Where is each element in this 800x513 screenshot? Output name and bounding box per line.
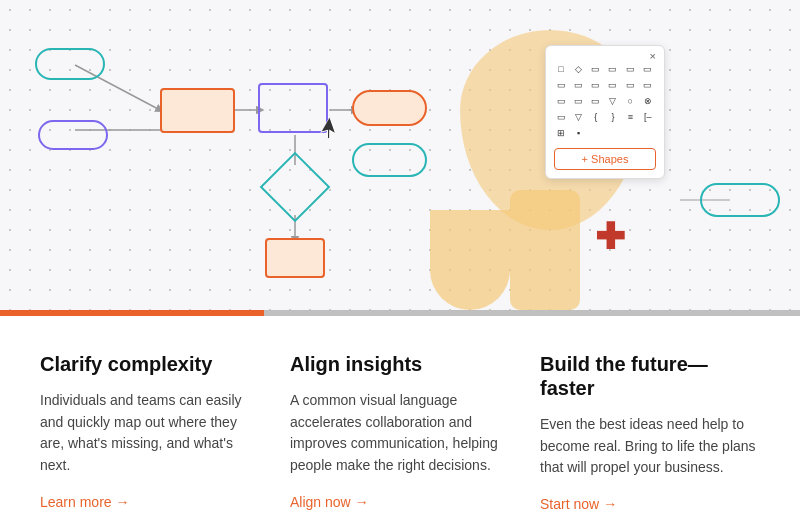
- red-cross-icon: ✚: [595, 219, 625, 255]
- shape-icon: ▭: [589, 62, 603, 76]
- column-build: Build the future—faster Even the best id…: [540, 352, 760, 513]
- shape-icon: ▭: [623, 78, 637, 92]
- shape-icon: ○: [623, 94, 637, 108]
- content-section: Clarify complexity Individuals and teams…: [0, 316, 800, 513]
- blob-decoration-2: [430, 210, 510, 310]
- shape-icon: ▪: [571, 126, 585, 140]
- shapes-panel-close[interactable]: ×: [650, 50, 656, 62]
- shapes-grid: □ ◇ ▭ ▭ ▭ ▭ ▭ ▭ ▭ ▭ ▭ ▭ ▭ ▭ ▭ ▽ ○ ⊗ ▭ ▽ …: [554, 62, 656, 140]
- flowchart-node-orange-fill: [160, 88, 235, 133]
- shape-icon: ▭: [571, 78, 585, 92]
- build-link-arrow: →: [603, 496, 617, 512]
- shape-icon: ▭: [623, 62, 637, 76]
- align-link-text: Align now: [290, 494, 351, 510]
- shapes-panel: × □ ◇ ▭ ▭ ▭ ▭ ▭ ▭ ▭ ▭ ▭ ▭ ▭ ▭ ▭ ▽ ○ ⊗ ▭ …: [545, 45, 665, 179]
- flowchart-node-teal-bottom: [352, 143, 427, 177]
- shape-icon: ▭: [606, 78, 620, 92]
- shape-icon: ▭: [554, 94, 568, 108]
- align-link-arrow: →: [355, 494, 369, 510]
- align-link[interactable]: Align now →: [290, 494, 369, 510]
- build-heading: Build the future—faster: [540, 352, 760, 400]
- clarify-link-text: Learn more: [40, 494, 112, 510]
- flowchart-node-purple: [258, 83, 328, 133]
- shape-icon: ≡: [623, 110, 637, 124]
- shape-icon: }: [606, 110, 620, 124]
- flowchart-node-teal-right: [700, 183, 780, 217]
- align-heading: Align insights: [290, 352, 510, 376]
- shape-icon: ▭: [589, 94, 603, 108]
- clarify-heading: Clarify complexity: [40, 352, 260, 376]
- flowchart-node-purple-oval: [38, 120, 108, 150]
- flowchart-node-orange-bottom: [265, 238, 325, 278]
- build-link-text: Start now: [540, 496, 599, 512]
- shape-icon: ⊗: [641, 94, 655, 108]
- build-body: Even the best ideas need help to become …: [540, 414, 760, 479]
- shape-icon: □: [554, 62, 568, 76]
- align-body: A common visual language accelerates col…: [290, 390, 510, 477]
- blob-decoration-3: [510, 190, 580, 310]
- flowchart-node-diamond: [260, 152, 331, 223]
- shape-icon: ▽: [571, 110, 585, 124]
- hero-section: ✚ × □ ◇ ▭ ▭ ▭ ▭ ▭ ▭ ▭ ▭ ▭ ▭ ▭ ▭ ▭ ▽ ○ ⊗ …: [0, 0, 800, 310]
- shapes-button[interactable]: + Shapes: [554, 148, 656, 170]
- shape-icon: ⊞: [554, 126, 568, 140]
- shape-icon: {: [589, 110, 603, 124]
- shape-icon: ▭: [606, 62, 620, 76]
- shape-icon: ▽: [606, 94, 620, 108]
- column-clarify: Clarify complexity Individuals and teams…: [40, 352, 290, 513]
- flowchart-node-teal-top: [35, 48, 105, 80]
- build-link[interactable]: Start now →: [540, 496, 617, 512]
- flowchart-node-orange-oval: [352, 90, 427, 126]
- shape-icon: ▭: [571, 94, 585, 108]
- shape-icon: [–: [641, 110, 655, 124]
- shape-icon: ▭: [554, 110, 568, 124]
- clarify-link-arrow: →: [116, 494, 130, 510]
- shape-icon: ▭: [641, 62, 655, 76]
- clarify-body: Individuals and teams can easily and qui…: [40, 390, 260, 477]
- shape-icon: ▭: [554, 78, 568, 92]
- shape-icon: ▭: [589, 78, 603, 92]
- clarify-link[interactable]: Learn more →: [40, 494, 130, 510]
- column-align: Align insights A common visual language …: [290, 352, 540, 513]
- shape-icon: ▭: [641, 78, 655, 92]
- shape-icon: ◇: [571, 62, 585, 76]
